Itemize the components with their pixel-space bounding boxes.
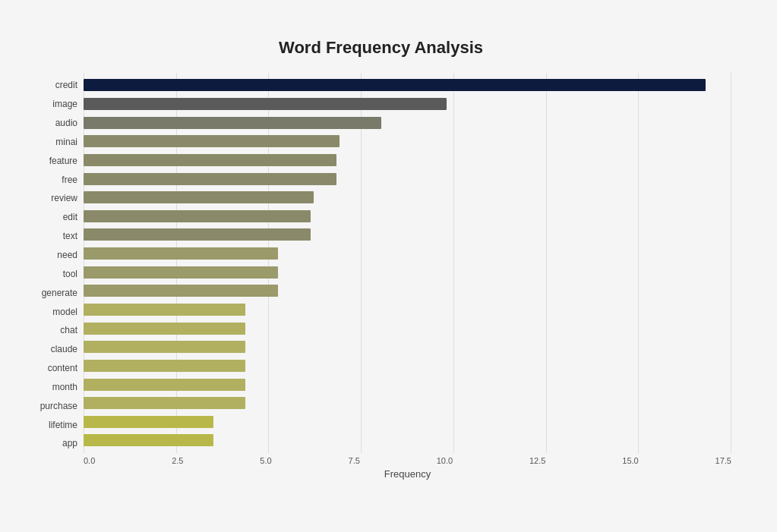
bar-row: [84, 190, 731, 205]
y-label: purchase: [40, 401, 77, 411]
bar-row: [84, 246, 731, 261]
x-tick: 17.5: [715, 456, 731, 465]
bar: [84, 341, 245, 353]
bar-row: [84, 209, 731, 224]
bar-row: [84, 77, 731, 93]
x-tick: 0.0: [84, 456, 95, 465]
plot-area: 0.02.55.07.510.012.515.017.5 Frequency: [84, 73, 731, 476]
bar-row: [84, 265, 731, 280]
bar-row: [84, 302, 731, 317]
x-tick: 2.5: [172, 456, 183, 465]
grid-and-bars: 0.02.55.07.510.012.515.017.5 Frequency: [84, 73, 731, 476]
y-label: feature: [49, 156, 77, 165]
bar-row: [84, 339, 731, 354]
bar-row: [84, 377, 731, 392]
y-label: review: [51, 194, 77, 203]
bar: [84, 135, 340, 147]
x-tick: 7.5: [349, 456, 360, 465]
bar: [84, 173, 336, 185]
y-axis: creditimageaudiominaifeaturefreereviewed…: [30, 73, 84, 476]
x-ticks: 0.02.55.07.510.012.515.017.5: [84, 453, 731, 465]
chart-container: Word Frequency Analysis creditimageaudio…: [15, 15, 762, 532]
bar-row: [84, 227, 731, 242]
bar: [84, 228, 311, 241]
bar: [84, 323, 245, 335]
bar: [84, 360, 245, 372]
bar: [84, 247, 278, 260]
y-label: model: [52, 307, 77, 316]
x-tick: 10.0: [437, 456, 453, 465]
bar-row: [84, 414, 731, 430]
bar: [84, 210, 311, 222]
bar-row: [84, 433, 731, 448]
bar: [84, 98, 447, 110]
x-axis: 0.02.55.07.510.012.515.017.5 Frequency: [84, 453, 731, 476]
bar: [84, 266, 278, 279]
bar-row: [84, 96, 731, 112]
bar-row: [84, 153, 731, 168]
bar: [84, 117, 381, 129]
y-label: audio: [55, 118, 77, 127]
bars-container: [84, 73, 731, 453]
bar-row: [84, 115, 731, 131]
y-label: lifetime: [49, 420, 77, 430]
y-label: edit: [63, 212, 77, 222]
y-label: minai: [55, 137, 77, 146]
y-label: need: [57, 250, 77, 260]
y-label: content: [48, 364, 77, 373]
bar-row: [84, 395, 731, 411]
y-label: generate: [42, 288, 77, 297]
x-tick: 5.0: [260, 456, 271, 465]
bar: [84, 304, 245, 316]
bar-row: [84, 283, 731, 298]
bar: [84, 79, 706, 91]
bar: [84, 379, 245, 391]
y-label: tool: [63, 269, 77, 279]
bar: [84, 285, 278, 297]
y-label: chat: [60, 326, 77, 335]
bar: [84, 397, 245, 409]
y-label: text: [63, 231, 77, 241]
chart-area: creditimageaudiominaifeaturefreereviewed…: [30, 73, 731, 476]
bar: [84, 191, 314, 203]
y-label: month: [52, 382, 77, 392]
x-tick: 15.0: [622, 456, 638, 465]
bar-row: [84, 172, 731, 187]
bar: [84, 154, 336, 166]
bar-row: [84, 358, 731, 373]
y-label: app: [62, 439, 77, 448]
y-label: image: [52, 99, 77, 109]
x-axis-label: Frequency: [84, 468, 731, 480]
y-label: claude: [51, 345, 77, 354]
bar: [84, 434, 213, 446]
bar: [84, 416, 213, 428]
y-label: credit: [55, 80, 77, 90]
y-label: free: [62, 175, 77, 184]
chart-title: Word Frequency Analysis: [30, 38, 731, 58]
bar-row: [84, 321, 731, 336]
bar-row: [84, 134, 731, 149]
x-tick: 12.5: [529, 456, 545, 465]
